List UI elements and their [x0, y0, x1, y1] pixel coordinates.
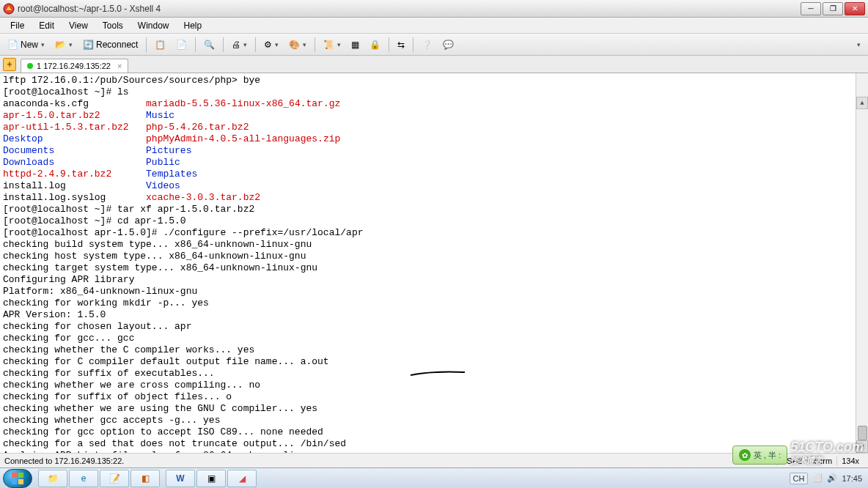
lock-button[interactable]: 🔒 [365, 37, 385, 53]
session-tab[interactable]: 1 172.16.249.135:22 × [21, 59, 128, 73]
separator [195, 37, 196, 52]
reconnect-icon: 🔄 [83, 40, 94, 50]
properties-button[interactable]: ⚙▾ [260, 37, 283, 53]
script-icon: 📜 [323, 40, 334, 50]
svg-rect-4 [18, 479, 23, 484]
app-icon [3, 3, 15, 15]
task-notepad[interactable]: 📝 [100, 470, 129, 487]
lang-indicator[interactable]: CH [790, 473, 809, 484]
separator [315, 37, 315, 52]
help-button[interactable]: ❔ [417, 37, 437, 53]
svg-rect-1 [12, 473, 17, 478]
separator [223, 37, 224, 52]
scroll-down-button[interactable]: ▼ [856, 440, 868, 453]
paste-button[interactable]: 📄 [172, 37, 191, 53]
annotation-line [411, 369, 466, 378]
task-explorer[interactable]: 📁 [38, 470, 67, 487]
menubar: File Edit View Tools Window Help [0, 18, 868, 34]
separator [146, 37, 147, 52]
menu-view[interactable]: View [63, 19, 94, 32]
copy-icon: 📋 [155, 40, 166, 50]
gear-icon: ⚙ [264, 40, 272, 50]
terminal-scrollbar[interactable]: ▲ ▼ [856, 73, 868, 453]
reconnect-button[interactable]: 🔄Reconnect [78, 37, 142, 53]
toolbar: 📄New▾ 📂▾ 🔄Reconnect 📋 📄 🔍 🖨▾ ⚙▾ 🎨▾ 📜▾ ▦ … [0, 34, 868, 56]
window-title: root@localhost:~/apr-1.5.0 - Xshell 4 [18, 4, 801, 14]
vm-icon: ▣ [207, 473, 216, 484]
task-ie[interactable]: e [69, 470, 98, 487]
open-button[interactable]: 📂▾ [51, 37, 77, 53]
ie-icon: e [81, 473, 87, 484]
search-icon: 🔍 [204, 40, 215, 50]
tray-volume-icon[interactable]: 🔊 [827, 473, 837, 483]
taskbar-clock[interactable]: 17:45 [842, 474, 862, 483]
scroll-thumb[interactable] [858, 426, 867, 440]
toolbar-overflow[interactable]: ▾ [852, 37, 865, 53]
windows-icon [11, 472, 24, 485]
new-session-button[interactable]: 📄New▾ [3, 37, 49, 53]
maximize-button[interactable]: ❐ [823, 2, 843, 15]
system-tray: CH ⬜ 🔊 17:45 [790, 473, 865, 484]
help-icon: ❔ [422, 40, 433, 50]
menu-edit[interactable]: Edit [33, 19, 60, 32]
task-vmware[interactable]: ▣ [196, 470, 226, 487]
bubble-icon: 💬 [443, 40, 454, 50]
svg-rect-2 [18, 473, 23, 478]
script-button[interactable]: 📜▾ [319, 37, 345, 53]
terminal-output[interactable]: lftp 172.16.0.1:/pub/Sources/sources/php… [0, 73, 868, 453]
status-size: 134x [836, 456, 864, 465]
ime-indicator[interactable]: ✿ 英 , 半 : [732, 446, 787, 465]
new-tab-button[interactable]: + [3, 58, 16, 71]
print-button[interactable]: 🖨▾ [227, 37, 251, 53]
tabbar: + 1 172.16.249.135:22 × [0, 56, 868, 73]
status-term: xterm [807, 456, 837, 465]
task-app1[interactable]: ◧ [130, 470, 160, 487]
task-word[interactable]: W [166, 470, 195, 487]
task-xshell[interactable]: ◢ [227, 470, 257, 487]
folder-icon: 📁 [48, 473, 59, 484]
separator [413, 37, 413, 52]
word-icon: W [176, 473, 184, 484]
close-button[interactable]: ✕ [845, 2, 865, 15]
svg-rect-3 [12, 479, 17, 484]
separator [255, 37, 256, 52]
ftp-button[interactable]: ⇆ [393, 37, 409, 53]
paste-icon: 📄 [176, 40, 187, 50]
tray-icon[interactable]: ⬜ [812, 473, 823, 483]
start-button[interactable] [3, 469, 32, 488]
panel-icon: ▦ [351, 40, 359, 50]
print-icon: 🖨 [232, 40, 240, 50]
menu-tools[interactable]: Tools [97, 19, 129, 32]
chat-button[interactable]: 💬 [438, 37, 458, 53]
transfer-icon: ⇆ [397, 40, 405, 50]
scroll-up-button[interactable]: ▲ [856, 97, 868, 109]
tab-status-dot [27, 63, 33, 69]
separator [389, 37, 389, 52]
notepad-icon: 📝 [109, 473, 120, 484]
titlebar: root@localhost:~/apr-1.5.0 - Xshell 4 ─ … [0, 0, 868, 18]
copy-button[interactable]: 📋 [150, 37, 170, 53]
window-controls: ─ ❐ ✕ [801, 2, 865, 15]
app-icon: ◧ [141, 473, 150, 484]
palette-icon: 🎨 [289, 40, 300, 50]
panel-button[interactable]: ▦ [347, 37, 364, 53]
minimize-button[interactable]: ─ [801, 2, 821, 15]
status-text: Connected to 172.16.249.135:22. [4, 456, 124, 465]
ime-icon: ✿ [739, 449, 751, 461]
tab-label: 1 172.16.249.135:22 [37, 62, 111, 70]
find-button[interactable]: 🔍 [199, 37, 219, 53]
taskbar: 📁 e 📝 ◧ W ▣ ◢ CH ⬜ 🔊 17:45 [0, 467, 868, 488]
menu-window[interactable]: Window [132, 19, 175, 32]
color-button[interactable]: 🎨▾ [284, 37, 311, 53]
folder-open-icon: 📂 [55, 40, 66, 50]
tab-close-icon[interactable]: × [117, 62, 122, 70]
lock-icon: 🔒 [369, 40, 380, 50]
folder-new-icon: 📄 [7, 40, 18, 50]
menu-help[interactable]: Help [178, 19, 208, 32]
menu-file[interactable]: File [4, 19, 30, 32]
xshell-icon: ◢ [239, 473, 246, 484]
ime-text: 英 , 半 : [754, 450, 781, 461]
